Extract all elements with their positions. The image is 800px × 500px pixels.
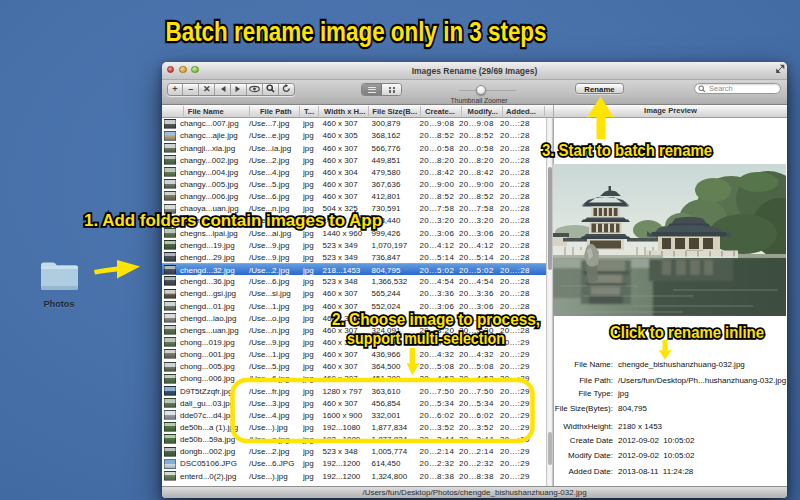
svg-text:Batch rename image only in 3 s: Batch rename image only in 3 steps [166, 15, 547, 47]
